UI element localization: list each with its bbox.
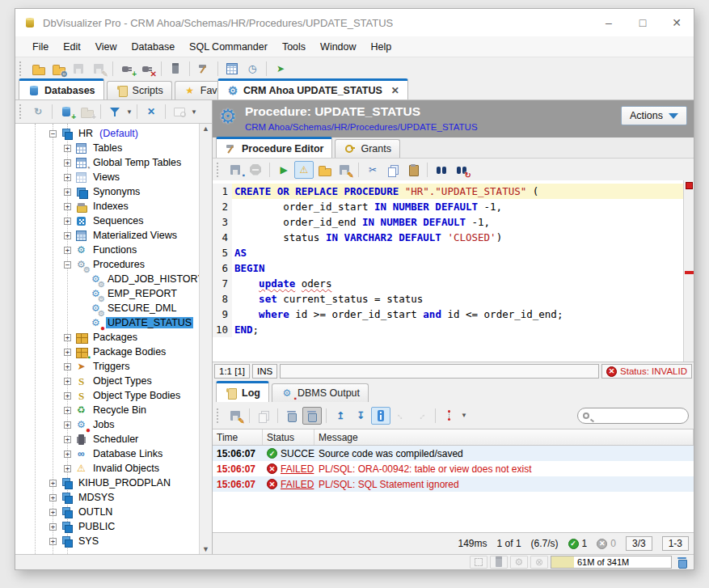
tab-databases[interactable]: Databases <box>19 78 104 99</box>
code-line-3[interactable]: 3 order_id_end IN NUMBER DEFAULT -1, <box>213 214 694 230</box>
expand-expander-icon[interactable]: + <box>49 509 57 516</box>
expand-expander-icon[interactable]: + <box>64 145 71 152</box>
filter-dropdown-icon[interactable]: ▼ <box>126 108 133 116</box>
tree-item-scheduler[interactable]: +Scheduler <box>15 432 199 446</box>
paste-button[interactable] <box>403 161 423 179</box>
tail-log-button[interactable] <box>371 407 390 425</box>
tree-item-invalid-objects[interactable]: +⚠Invalid Objects <box>15 461 199 476</box>
tab-procedure-editor[interactable]: Procedure Editor <box>216 137 332 158</box>
grid-button[interactable] <box>222 60 242 78</box>
export-button[interactable]: ✎ <box>335 161 354 179</box>
expand-expander-icon[interactable]: + <box>64 188 71 196</box>
tree-item-indexes[interactable]: +Indexes <box>15 199 199 214</box>
tree-item-triggers[interactable]: +➤Triggers <box>15 359 199 374</box>
expand-expander-icon[interactable]: + <box>64 363 71 370</box>
expand-expander-icon[interactable]: + <box>64 465 71 472</box>
expand-expander-icon[interactable]: + <box>49 523 57 531</box>
tree-item-emp-report[interactable]: ⚙⚙EMP_REPORT <box>15 286 199 301</box>
error-overview-marker[interactable] <box>686 182 693 189</box>
toolbar-grip[interactable] <box>217 408 222 423</box>
column-header-message[interactable]: Message <box>314 429 694 445</box>
code-line-4[interactable]: 4 status IN VARCHAR2 DEFAULT 'CLOSED') <box>213 230 694 245</box>
minimize-button[interactable]: – <box>592 9 626 36</box>
expand-expander-icon[interactable]: + <box>64 378 71 385</box>
scroll-bottom-button[interactable]: ↧ <box>351 407 370 425</box>
tree-item-jobs[interactable]: +⚙●Jobs <box>15 417 199 432</box>
expand-expander-icon[interactable]: + <box>64 174 71 181</box>
menu-edit[interactable]: Edit <box>56 39 88 55</box>
open-folder-button[interactable] <box>28 60 48 78</box>
filter-button[interactable] <box>105 103 124 121</box>
add-connection-button[interactable]: + <box>57 103 76 121</box>
tree-item-add-job-history[interactable]: ⚙⚙ADD_JOB_HISTORY <box>15 272 199 286</box>
tree-item-hr[interactable]: −HR(Default) <box>15 126 199 141</box>
code-line-7[interactable]: 7 update oders <box>213 276 694 291</box>
warnings-button[interactable]: ⚠ <box>294 161 314 179</box>
tree-item-procedures[interactable]: −⚙⚙Procedures <box>15 257 199 272</box>
code-line-5[interactable]: 5AS <box>213 245 694 260</box>
scroll-up-icon[interactable]: ▲ <box>202 125 209 133</box>
code-line-2[interactable]: 2 order_id_start IN NUMBER DEFAULT -1, <box>213 199 694 214</box>
close-tab-icon[interactable]: ✕ <box>391 85 399 96</box>
clear-on-execute-button[interactable] <box>302 407 322 425</box>
find-replace-button[interactable]: ↻ <box>452 161 471 179</box>
expand-expander-icon[interactable]: + <box>49 494 57 501</box>
collapse-expander-icon[interactable]: − <box>64 261 71 269</box>
tab-dbms-output[interactable]: ⚙▪DBMS Output <box>272 383 369 402</box>
copy-button[interactable] <box>383 161 403 179</box>
preview-dropdown-icon[interactable]: ▼ <box>191 108 197 116</box>
execute-button[interactable]: ▶ <box>274 161 293 179</box>
expand-expander-icon[interactable]: + <box>64 247 71 254</box>
tree-item-kihub-prodplan[interactable]: +KIHUB_PRODPLAN <box>15 476 199 490</box>
split-view-button[interactable] <box>440 407 459 425</box>
tree-item-synonyms[interactable]: +Synonyms <box>15 184 199 199</box>
expand-expander-icon[interactable]: + <box>64 392 71 400</box>
menu-help[interactable]: Help <box>364 39 399 55</box>
error-line-marker[interactable] <box>685 271 694 274</box>
connect-button[interactable]: + <box>117 60 137 78</box>
refresh-button[interactable]: ↻ <box>28 103 48 121</box>
split-view-dropdown-icon[interactable]: ▼ <box>461 412 467 419</box>
run-cursor-button[interactable]: ➤ <box>271 60 290 78</box>
scroll-top-button[interactable]: ↥ <box>331 407 350 425</box>
tree-item-sys[interactable]: +SYS <box>15 534 199 548</box>
expand-expander-icon[interactable]: + <box>64 232 71 239</box>
expand-expander-icon[interactable]: + <box>64 349 71 356</box>
scroll-down-icon[interactable]: ▼ <box>202 545 209 553</box>
collapse-all-button[interactable]: ✕ <box>141 103 161 121</box>
tree-item-public[interactable]: +PUBLIC <box>15 519 199 534</box>
tab-log[interactable]: Log <box>216 381 269 402</box>
tree-item-sequences[interactable]: +Sequences <box>15 214 199 228</box>
sql-editor[interactable]: 1CREATE OR REPLACE PROCEDURE "HR"."UPDAT… <box>213 180 694 362</box>
cut-button[interactable]: ✂ <box>363 161 382 179</box>
menu-view[interactable]: View <box>88 39 124 55</box>
expand-expander-icon[interactable]: + <box>64 203 71 210</box>
expand-expander-icon[interactable]: + <box>49 538 57 545</box>
close-button[interactable]: ✕ <box>660 9 694 36</box>
tree-item-mdsys[interactable]: +MDSYS <box>15 490 199 505</box>
expand-expander-icon[interactable]: + <box>64 218 71 225</box>
log-row[interactable]: 15:06:07✓SUCCESSSource code was compiled… <box>213 446 694 461</box>
menu-window[interactable]: Window <box>313 39 363 55</box>
tree-item-packages[interactable]: +Packages <box>15 330 199 345</box>
tree-item-object-types[interactable]: +SObject Types <box>15 374 199 388</box>
column-header-status[interactable]: Status <box>263 429 314 445</box>
expand-expander-icon[interactable]: + <box>49 480 57 487</box>
log-row[interactable]: 15:06:07✕FAILEDPL/SQL: SQL Statement ign… <box>213 476 694 492</box>
find-button[interactable] <box>432 161 451 179</box>
monitor-clock-button[interactable]: ◷ <box>243 60 262 78</box>
code-line-10[interactable]: 10END; <box>213 322 694 337</box>
load-button[interactable] <box>314 161 334 179</box>
expand-expander-icon[interactable]: + <box>64 421 71 429</box>
expand-expander-icon[interactable]: + <box>64 436 71 443</box>
tree-item-tables[interactable]: +Tables <box>15 141 199 155</box>
expand-expander-icon[interactable]: + <box>64 334 71 341</box>
tree-item-functions[interactable]: +⚙Functions <box>15 243 199 257</box>
expand-expander-icon[interactable]: + <box>64 407 71 414</box>
log-filter-input[interactable] <box>593 411 683 421</box>
document-tab[interactable]: ⚙ CRM Ahoa UPDATE_STATUS ✕ <box>217 78 408 99</box>
expand-expander-icon[interactable]: + <box>64 451 71 458</box>
tree-item-outln[interactable]: +OUTLN <box>15 505 199 519</box>
clear-log-button[interactable] <box>282 407 302 425</box>
garbage-collect-button[interactable] <box>674 553 690 571</box>
